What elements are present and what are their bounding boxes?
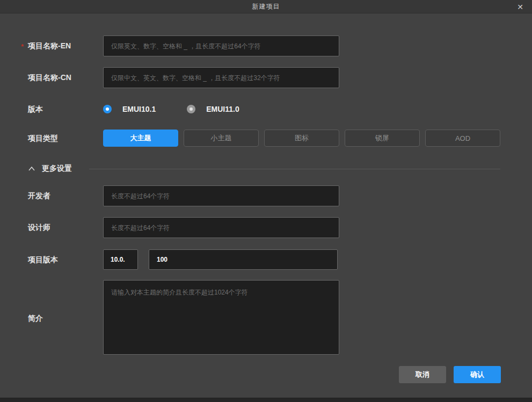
titlebar: 新建项目 ✕ [0, 0, 532, 13]
radio-emui101-label: EMUI10.1 [122, 105, 156, 113]
cancel-button[interactable]: 取消 [399, 366, 446, 383]
version-major-input[interactable] [103, 249, 138, 270]
developer-label: 开发者 [28, 191, 50, 201]
project-type-label: 项目类型 [28, 134, 58, 143]
intro-textarea[interactable] [103, 280, 339, 355]
confirm-button[interactable]: 确认 [454, 366, 501, 383]
radio-selected-icon [103, 105, 112, 113]
designer-input[interactable] [103, 217, 339, 238]
radio-emui110[interactable]: EMUI11.0 [187, 105, 239, 113]
name-en-input[interactable] [103, 35, 339, 56]
type-btn-big-theme[interactable]: 大主题 [103, 130, 178, 147]
new-project-dialog: 新建项目 ✕ *项目名称-EN 项目名称-CN 版本 EMUI10.1 EMUI… [0, 0, 532, 402]
type-btn-small-theme[interactable]: 小主题 [184, 130, 259, 147]
close-icon[interactable]: ✕ [513, 0, 528, 13]
project-version-label: 项目版本 [28, 255, 58, 265]
version-label: 版本 [28, 105, 43, 114]
name-cn-input[interactable] [103, 67, 339, 88]
chevron-up-icon [28, 166, 35, 171]
intro-label: 简介 [28, 314, 43, 324]
dialog-title: 新建项目 [252, 2, 280, 11]
name-cn-label: 项目名称-CN [28, 73, 71, 83]
type-btn-aod[interactable]: AOD [425, 130, 500, 147]
designer-label: 设计师 [28, 223, 50, 233]
more-settings-toggle[interactable]: 更多设置 [28, 164, 500, 174]
version-minor-input[interactable] [149, 249, 338, 270]
radio-unselected-icon [187, 105, 195, 113]
required-marker: * [21, 42, 24, 51]
section-divider [89, 169, 500, 169]
radio-emui110-label: EMUI11.0 [206, 105, 239, 113]
type-btn-icon[interactable]: 图标 [264, 130, 339, 147]
bottom-edge [0, 398, 532, 402]
type-btn-lockscreen[interactable]: 锁屏 [345, 130, 420, 147]
more-settings-label: 更多设置 [42, 164, 72, 174]
developer-input[interactable] [103, 185, 339, 206]
name-en-label: *项目名称-EN [28, 41, 71, 51]
radio-emui101[interactable]: EMUI10.1 [103, 105, 156, 113]
